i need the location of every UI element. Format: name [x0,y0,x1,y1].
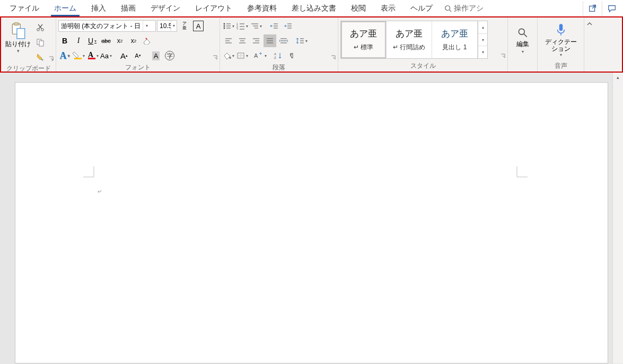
align-right-button[interactable] [250,34,262,47]
scroll-up-button[interactable]: ▴ [613,73,623,82]
tab-help[interactable]: ヘルプ [403,1,440,16]
font-size-value: 10.5 [157,22,171,30]
tab-home[interactable]: ホーム [47,1,84,16]
font-name-dropdown[interactable]: ▾ [143,21,150,31]
svg-rect-58 [559,24,563,31]
group-label-styles: スタイル [338,60,507,72]
tab-design[interactable]: デザイン [143,1,188,16]
justify-button[interactable] [264,34,276,47]
svg-point-56 [519,29,524,34]
vertical-scrollbar[interactable]: ▴ [612,73,623,363]
show-marks-button[interactable] [286,49,299,62]
distribute-icon [279,37,288,45]
font-color-icon: A [86,51,95,60]
group-styles: あア亜 ↵ 標準 あア亜 ↵ 行間詰め あア亜 見出し 1 ▴ ▾ ▾ [338,17,508,72]
tab-references[interactable]: 参考資料 [240,1,284,16]
copy-button[interactable] [34,37,47,48]
dictate-label: ディクテー ション [545,39,577,52]
pilcrow-icon [288,52,296,59]
dictate-button[interactable]: ディクテー ション ▾ [540,23,582,57]
editing-button[interactable]: 編集▾ [508,27,537,55]
svg-point-0 [445,5,450,10]
char-shading-button[interactable]: A [150,49,162,62]
distribute-button[interactable] [277,34,290,47]
line-spacing-icon [296,37,304,45]
line-spacing-button[interactable] [295,34,308,47]
svg-point-10 [224,23,225,25]
align-left-button[interactable] [222,34,235,47]
underline-button[interactable]: U [86,34,99,47]
numbering-button[interactable]: 123 [236,20,249,32]
italic-button[interactable]: I [72,34,85,47]
svg-rect-9 [39,41,43,46]
highlight-button[interactable] [72,49,85,62]
sort-button[interactable]: AZ [272,49,285,62]
justify-icon [266,37,274,45]
document-page[interactable]: ↵ [15,82,608,363]
strikethrough-button[interactable]: abc [100,34,112,47]
gallery-up[interactable]: ▴ [478,21,487,34]
tabs-bar: ファイル ホーム 挿入 描画 デザイン レイアウト 参考資料 差し込み文書 校閲… [0,0,623,17]
decrease-indent-button[interactable] [268,20,280,32]
tab-draw[interactable]: 描画 [113,1,143,16]
tab-review[interactable]: 校閲 [344,1,373,16]
increase-indent-button[interactable] [282,20,294,32]
gallery-down[interactable]: ▾ [478,34,487,47]
shading-button[interactable] [222,49,235,62]
cut-button[interactable] [34,22,47,33]
font-color-button[interactable]: A [86,49,99,62]
bullets-button[interactable] [222,20,235,32]
font-name-value: 游明朝 (本文のフォント - 日 [59,22,143,31]
paragraph-dialog-launcher[interactable] [330,54,337,61]
font-dialog-launcher[interactable] [212,54,219,61]
style-sample: あア亜 [350,28,377,40]
tab-insert[interactable]: 挿入 [84,1,113,16]
share-button[interactable] [583,1,602,16]
comment-icon [607,4,617,13]
group-voice: ディクテー ション ▾ 音声 [538,17,584,72]
tab-layout[interactable]: レイアウト [188,1,240,16]
superscript-button[interactable]: x2 [127,34,140,47]
shrink-font-button[interactable]: A▾ [131,49,144,62]
tab-file[interactable]: ファイル [2,1,47,16]
copy-icon [36,38,45,47]
paste-button[interactable]: 貼り付け▾ [3,20,33,54]
tab-mailings[interactable]: 差し込み文書 [284,1,344,16]
style-heading1[interactable]: あア亜 見出し 1 [432,21,478,58]
tab-view[interactable]: 表示 [373,1,403,16]
font-size-dropdown[interactable]: ▾ [171,21,177,31]
numbering-icon: 123 [236,22,245,30]
styles-dialog-launcher[interactable] [499,52,507,60]
font-name-combo[interactable]: 游明朝 (本文のフォント - 日 ▾ [58,20,156,32]
character-border-button[interactable]: A [192,20,205,32]
text-effects-button[interactable]: A [58,49,71,62]
change-case-button[interactable]: Aa [100,49,112,62]
group-editing: 編集▾ [508,17,538,72]
comments-button[interactable] [602,1,621,16]
find-icon [517,27,529,39]
tell-me-search[interactable]: 操作アシ [440,4,488,13]
grow-font-button[interactable]: A▴ [118,49,130,62]
clear-format-button[interactable] [141,34,154,47]
group-label-paragraph: 段落 [220,62,338,73]
bold-button[interactable]: B [58,34,71,47]
clipboard-dialog-launcher[interactable] [48,55,55,63]
phonetic-guide-button[interactable]: ア亜 [178,20,191,32]
gallery-more[interactable]: ▾ [478,46,487,58]
align-center-button[interactable] [236,34,249,47]
style-normal[interactable]: あア亜 ↵ 標準 [341,21,387,58]
style-no-spacing[interactable]: あア亜 ↵ 行間詰め [387,21,432,58]
borders-button[interactable] [236,49,249,62]
collapse-ribbon-button[interactable] [584,17,595,72]
bucket-icon [223,52,231,59]
subscript-button[interactable]: x2 [113,34,126,47]
svg-rect-4 [14,23,19,25]
multilevel-icon [250,22,259,30]
enclose-char-button[interactable]: 字 [163,49,176,62]
style-name: ↵ 行間詰め [393,43,425,52]
asian-layout-button[interactable]: A [254,49,267,62]
font-size-combo[interactable]: 10.5 ▾ [157,20,177,32]
margin-corner-top-right [512,166,528,182]
multilevel-button[interactable] [250,20,262,32]
format-painter-button[interactable] [34,51,47,63]
